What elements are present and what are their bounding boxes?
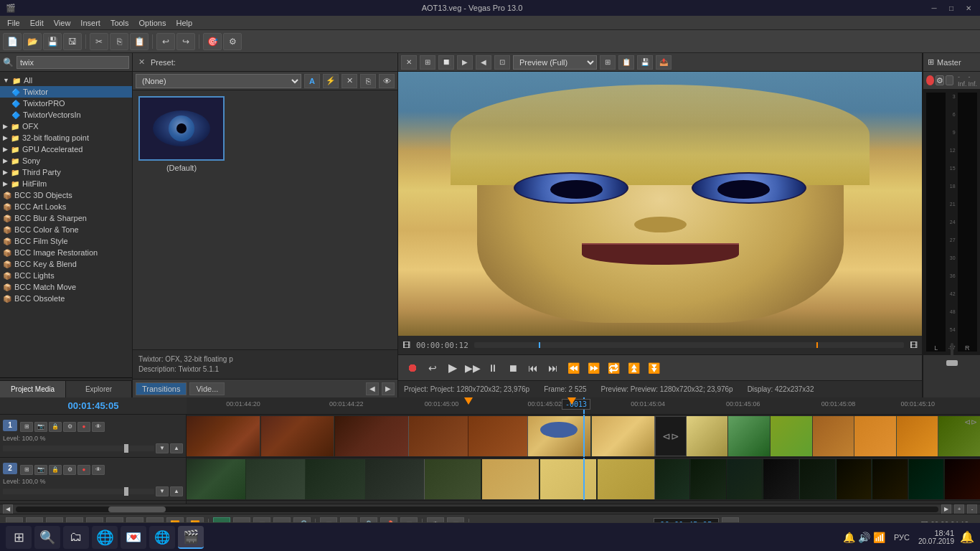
tab-video-fx[interactable]: Vide... [189,382,225,395]
effect-close-button[interactable]: ✕ [138,57,145,67]
track-2-mute[interactable]: ⊞ [20,465,33,475]
play-button[interactable]: ▶ [444,359,461,377]
preset-btn-copy[interactable]: ⎘ [360,74,376,88]
minimize-button[interactable]: ─ [928,2,940,14]
preset-btn-view[interactable]: 👁 [379,74,395,88]
go-end-button[interactable]: ⏭ [545,359,562,377]
tree-item-sony[interactable]: ▶ 📁 Sony [0,155,132,166]
master-play-btn[interactable]: ⚙ [936,75,944,85]
step-back-button[interactable]: ⏪ [565,359,582,377]
preview-scrub-bar[interactable] [474,342,904,348]
toolbar-copy[interactable]: ⎘ [110,33,128,50]
play-fast-button[interactable]: ▶▶ [464,359,481,377]
preset-dropdown[interactable]: (None) [136,74,301,88]
preset-btn-X[interactable]: ✕ [341,74,357,88]
close-button[interactable]: ✕ [963,2,974,14]
task-view-button[interactable]: 🗂 [63,526,89,549]
track-2-fader[interactable] [3,489,154,494]
loop-button[interactable]: 🔁 [605,359,622,377]
track-2-down[interactable]: ▼ [156,486,169,496]
tray-icon-2[interactable]: 🔊 [858,532,870,543]
menu-insert[interactable]: Insert [76,17,105,29]
toolbar-undo[interactable]: ↩ [156,33,175,50]
scroll-thumb[interactable] [108,507,166,512]
track-1-settings[interactable]: ⚙ [63,422,76,432]
clip-2-segment1[interactable] [187,459,425,499]
tree-item-bcccolor[interactable]: 📦 BCC Color & Tone [0,224,132,235]
tree-item-bccblur[interactable]: 📦 BCC Blur & Sharpen [0,212,132,224]
track-2-visible[interactable]: 👁 [92,465,105,475]
master-mute-btn[interactable] [946,75,953,85]
clip-2-segment3[interactable] [655,459,980,499]
track-1-down[interactable]: ▼ [156,443,169,453]
maximize-button[interactable]: □ [946,2,957,14]
toolbar-open[interactable]: 📂 [23,33,42,50]
menu-tools[interactable]: Tools [106,17,133,29]
track-2-arm[interactable]: ● [77,465,90,475]
zoom-in-button[interactable]: ⏫ [625,359,642,377]
pv-btn1[interactable]: ⊞ [420,55,435,70]
step-fwd-button[interactable]: ⏩ [585,359,602,377]
tree-item-bccfilm[interactable]: 📦 BCC Film Style [0,235,132,247]
trans-nav-right[interactable]: ▶ [382,382,395,395]
tab-explorer[interactable]: Explorer [66,381,132,397]
tray-icon-1[interactable]: 🔔 [843,532,855,543]
pv-btn9[interactable]: 📤 [656,55,672,70]
scroll-right-button[interactable]: ▶ [941,504,951,514]
track-1-solo[interactable]: 📷 [34,422,47,432]
pv-btn6[interactable]: ⊞ [600,55,616,70]
tab-transitions[interactable]: Transitions [136,382,187,395]
track-1-fader-thumb[interactable] [124,444,128,453]
track-2-fader-thumb[interactable] [124,487,128,496]
zoom-in-scroll[interactable]: + [954,504,964,514]
lang-indicator[interactable]: РУС [891,532,913,543]
tree-item-ofx[interactable]: ▶ 📁 OFX [0,121,132,132]
track-2-lock[interactable]: 🔒 [49,465,62,475]
tree-item-thirdparty[interactable]: ▶ 📁 Third Party [0,166,132,178]
menu-edit[interactable]: Edit [26,17,48,29]
toolbar-new[interactable]: 📄 [3,33,22,50]
tree-item-hitfilm[interactable]: ▶ 📁 HitFilm [0,178,132,189]
scroll-left-button[interactable]: ◀ [3,504,13,514]
tree-item-all[interactable]: ▼ 📁 All [0,75,132,86]
mail-button[interactable]: 💌 [121,526,146,549]
trans-nav-left[interactable]: ◀ [366,382,379,395]
clip-1-segment2[interactable] [409,416,528,456]
track-1-visible[interactable]: 👁 [92,422,105,432]
plugin-search-input[interactable] [17,56,129,69]
master-record-btn[interactable] [926,75,934,85]
network-icon[interactable]: 📶 [873,532,885,543]
track-1-mute[interactable]: ⊞ [20,422,33,432]
pv-btn7[interactable]: 📋 [618,55,634,70]
pv-btn5[interactable]: ⊡ [494,55,510,70]
toolbar-properties[interactable]: ⚙ [223,33,242,50]
start-button[interactable]: ⊞ [6,526,32,549]
toolbar-cut[interactable]: ✂ [90,33,108,50]
track-1-arm[interactable]: ● [77,422,90,432]
menu-file[interactable]: File [3,17,24,29]
track-2-up[interactable]: ▲ [170,486,183,496]
preset-btn-A[interactable]: A [304,74,320,88]
track-1-lock[interactable]: 🔒 [49,422,62,432]
toolbar-render[interactable]: 🎯 [203,33,222,50]
tree-item-bcc3d[interactable]: 📦 BCC 3D Objects [0,189,132,201]
clip-1-segment1[interactable] [187,416,409,456]
tree-item-bccmatch[interactable]: 📦 BCC Match Move [0,281,132,293]
tab-project-media[interactable]: Project Media [0,381,66,397]
pv-btn2[interactable]: 🔲 [438,55,454,70]
vegas-taskbar-button[interactable]: 🎬 [178,526,204,549]
search-button[interactable]: 🔍 [34,526,60,549]
master-fader-track[interactable] [951,343,953,400]
clip-1-segment3[interactable] [528,416,655,456]
toolbar-save2[interactable]: 🖫 [63,33,82,50]
preset-btn-fx[interactable]: ⚡ [323,74,339,88]
prev-frame-button[interactable]: ↩ [424,359,441,377]
track-2-settings[interactable]: ⚙ [63,465,76,475]
pv-close[interactable]: ✕ [401,55,417,70]
preview-mode-dropdown[interactable]: Preview (Full) Preview (Half) Preview (Q… [513,55,597,70]
tree-item-bccart[interactable]: 📦 BCC Art Looks [0,201,132,212]
go-start-button[interactable]: ⏮ [524,359,542,377]
zoom-out-button[interactable]: ⏬ [645,359,662,377]
menu-options[interactable]: Options [135,17,171,29]
stop-button[interactable]: ⏹ [504,359,522,377]
